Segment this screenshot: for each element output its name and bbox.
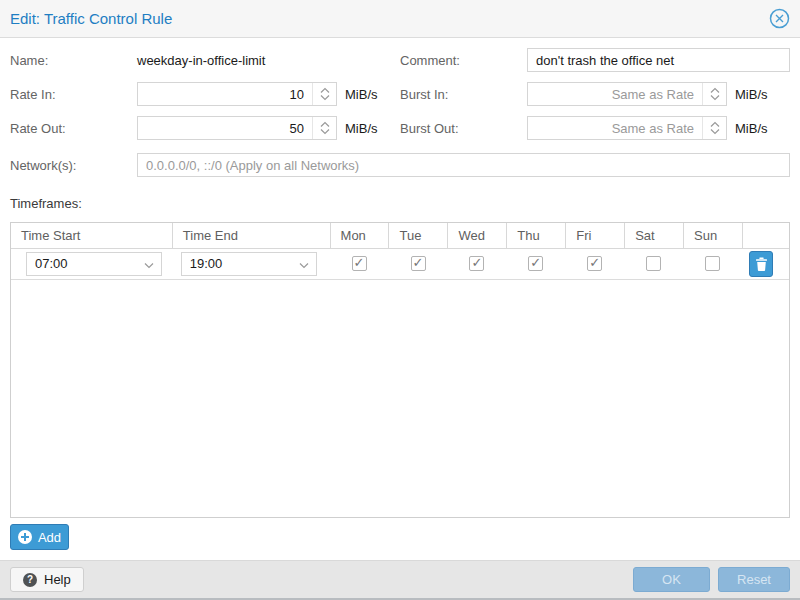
burst-out-unit: MiB/s [735,121,768,136]
rate-out-row: Rate Out: MiB/s [10,116,400,140]
form-right-column: Comment: Burst In: MiB/s Burst Out: [400,48,790,150]
sat-cell [625,249,684,279]
dialog-title: Edit: Traffic Control Rule [10,10,172,27]
name-row: Name: weekday-in-office-limit [10,48,400,72]
timeframes-label: Timeframes: [10,196,790,212]
burst-out-input[interactable] [527,116,727,140]
ok-button[interactable]: OK [633,567,710,592]
rate-out-label: Rate Out: [10,121,137,136]
burst-out-label: Burst Out: [400,121,527,136]
sun-cell [684,249,743,279]
add-button-label: Add [38,530,61,545]
burst-in-row: Burst In: MiB/s [400,82,790,106]
spinner-up-icon[interactable] [710,87,720,94]
time-start-input[interactable] [27,253,161,275]
grid-empty-area [11,280,789,517]
actions-cell [743,249,789,279]
footer-actions: OK Reset [633,567,790,592]
name-value: weekday-in-office-limit [137,53,265,68]
time-end-input[interactable] [182,253,316,275]
fri-cell [566,249,625,279]
reset-button[interactable]: Reset [718,567,790,592]
spinner-up-icon[interactable] [710,121,720,128]
column-header-wed: Wed [448,223,507,248]
chevron-down-icon[interactable] [144,262,154,269]
comment-label: Comment: [400,53,527,68]
burst-out-fieldwrap [527,116,727,140]
checkbox-sat[interactable] [646,256,661,271]
ok-button-label: OK [662,572,681,587]
rate-in-label: Rate In: [10,87,137,102]
burst-in-fieldwrap [527,82,727,106]
comment-input[interactable] [527,48,790,72]
add-button[interactable]: Add [10,524,69,550]
circle-x-icon [769,8,790,29]
spinner-up-icon[interactable] [320,87,330,94]
spinner-down-icon[interactable] [320,128,330,135]
column-header-fri: Fri [566,223,625,248]
rate-in-row: Rate In: MiB/s [10,82,400,106]
timeframes-grid: Time Start Time End Mon Tue Wed Thu Fri … [10,222,790,518]
checkbox-mon[interactable] [352,256,367,271]
checkbox-wed[interactable] [469,256,484,271]
delete-row-button[interactable] [749,251,773,277]
dialog-titlebar: Edit: Traffic Control Rule [0,0,800,38]
rate-out-unit: MiB/s [345,121,378,136]
burst-in-unit: MiB/s [735,87,768,102]
reset-button-label: Reset [737,572,771,587]
tue-cell [390,249,449,279]
networks-row: Network(s): [10,153,790,177]
rate-out-input[interactable] [137,116,337,140]
thu-cell [507,249,566,279]
column-header-tue: Tue [389,223,448,248]
question-circle-icon: ? [23,573,37,587]
checkbox-thu[interactable] [528,256,543,271]
time-start-cell [11,249,173,279]
rate-in-fieldwrap [137,82,337,106]
spinner-down-icon[interactable] [320,94,330,101]
burst-out-spinner [702,117,726,139]
wed-cell [448,249,507,279]
burst-in-label: Burst In: [400,87,527,102]
time-end-combo[interactable] [181,252,317,276]
chevron-down-icon[interactable] [299,262,309,269]
help-button[interactable]: ? Help [10,567,84,592]
form-left-column: Name: weekday-in-office-limit Rate In: M… [10,48,400,150]
column-header-time-end: Time End [173,223,331,248]
rate-in-unit: MiB/s [345,87,378,102]
name-label: Name: [10,53,137,68]
column-header-actions [743,223,789,248]
close-button[interactable] [768,8,790,30]
help-button-label: Help [44,572,71,587]
time-start-combo[interactable] [26,252,162,276]
burst-in-input[interactable] [527,82,727,106]
grid-header: Time Start Time End Mon Tue Wed Thu Fri … [11,223,789,249]
dialog-footer: ? Help OK Reset [0,560,800,598]
timeframe-row [11,249,789,280]
plus-circle-icon [18,530,32,544]
spinner-down-icon[interactable] [710,94,720,101]
column-header-sat: Sat [625,223,684,248]
burst-out-row: Burst Out: MiB/s [400,116,790,140]
rate-in-spinner [312,83,336,105]
spinner-up-icon[interactable] [320,121,330,128]
rate-out-fieldwrap [137,116,337,140]
column-header-mon: Mon [331,223,390,248]
trash-icon [755,257,768,271]
column-header-time-start: Time Start [11,223,173,248]
column-header-sun: Sun [684,223,743,248]
column-header-thu: Thu [507,223,566,248]
dialog-body: Name: weekday-in-office-limit Rate In: M… [0,38,800,560]
time-end-cell [173,249,331,279]
spinner-down-icon[interactable] [710,128,720,135]
burst-in-spinner [702,83,726,105]
checkbox-fri[interactable] [587,256,602,271]
form-columns: Name: weekday-in-office-limit Rate In: M… [10,48,790,150]
rate-out-spinner [312,117,336,139]
rate-in-input[interactable] [137,82,337,106]
checkbox-tue[interactable] [411,256,426,271]
checkbox-sun[interactable] [705,256,720,271]
networks-input[interactable] [137,153,790,177]
networks-label: Network(s): [10,158,137,173]
comment-row: Comment: [400,48,790,72]
